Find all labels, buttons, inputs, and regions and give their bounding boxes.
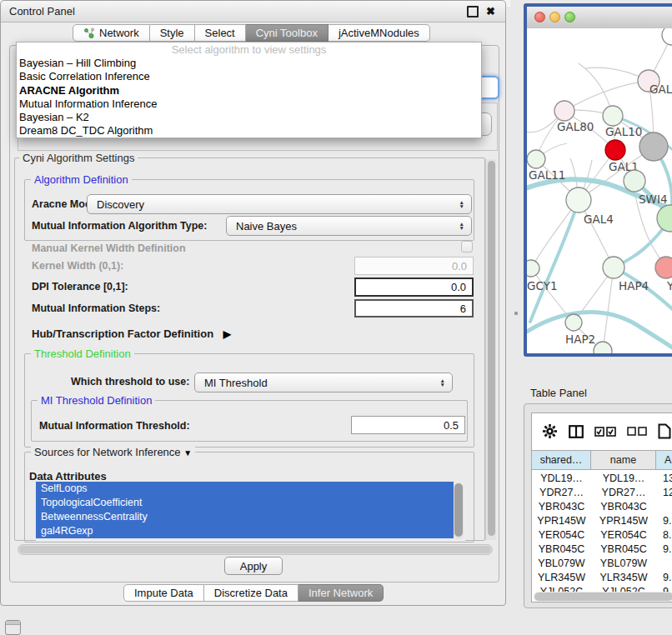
- node-gal11[interactable]: [527, 150, 545, 168]
- node-swi4[interactable]: [624, 170, 645, 192]
- settings-vertical-scrollbar[interactable]: [485, 159, 496, 540]
- deselect-checkboxes-icon[interactable]: [627, 427, 647, 436]
- algorithm-item-bayesian-hill-climbing[interactable]: Bayesian – Hill Climbing: [17, 57, 481, 70]
- dpi-tolerance-field[interactable]: 0.0: [354, 278, 474, 297]
- table-row[interactable]: YDR27…YDR27…12: [532, 485, 672, 499]
- attribute-item-gal4rgexp[interactable]: gal4RGexp: [36, 524, 454, 538]
- node-gal10[interactable]: [603, 106, 623, 126]
- node-unlabeled-top[interactable]: [662, 28, 672, 45]
- cell: 12: [656, 485, 672, 499]
- node-table: shared…nameA YDL19…YDL19…13YDR27…YDR27…1…: [531, 412, 672, 602]
- attribute-item-betweennesscentrality[interactable]: BetweennessCentrality: [36, 510, 454, 524]
- kernel-width-value: 0.0: [452, 260, 467, 272]
- tab-jactivemnodules[interactable]: jActiveMNodules: [328, 24, 430, 42]
- which-threshold-combobox[interactable]: MI Threshold ▲▼: [194, 372, 453, 392]
- algorithm-item-bayesian-k2[interactable]: Bayesian – K2: [17, 111, 481, 124]
- mi-steps-field[interactable]: 6: [354, 299, 474, 318]
- table-row[interactable]: YPR145WYPR145W9.: [532, 513, 672, 528]
- node-hap4[interactable]: [603, 257, 624, 278]
- algorithm-list: Bayesian – Hill ClimbingBasic Correlatio…: [17, 57, 481, 138]
- node-gcy1-label: GCY1: [527, 279, 558, 292]
- settings-horizontal-scrollbar[interactable]: [18, 544, 493, 555]
- tab-label: Network: [99, 27, 139, 39]
- kernel-width-field[interactable]: 0.0: [354, 257, 474, 275]
- window-title: Control Panel: [9, 5, 75, 18]
- apply-button[interactable]: Apply: [224, 557, 283, 575]
- sources-group-title[interactable]: Sources for Network Inference ▼: [31, 447, 195, 459]
- tab-discretize-data[interactable]: Discretize Data: [204, 584, 298, 602]
- table-row[interactable]: YBR043CYBR043C: [532, 499, 672, 513]
- node-gal4[interactable]: [566, 188, 591, 212]
- table-row[interactable]: YBR045CYBR045C9.: [532, 542, 672, 556]
- gear-icon[interactable]: [542, 423, 558, 439]
- cell: 13: [656, 471, 672, 485]
- tab-style[interactable]: Style: [150, 24, 195, 42]
- node-gal1[interactable]: [605, 140, 625, 160]
- node-hap2[interactable]: [565, 314, 582, 331]
- control-panel-window: Control Panel ✖ NetworkStyleSelectCyni T…: [0, 0, 506, 606]
- node-salmon-label: Y: [666, 279, 672, 292]
- node-salmon[interactable]: [655, 257, 672, 278]
- node-bottom[interactable]: [594, 342, 612, 353]
- aracne-mode-combobox[interactable]: Discovery ▲▼: [87, 194, 472, 214]
- hub-definition-toggle[interactable]: Hub/Transcription Factor Definition ▶: [32, 328, 231, 341]
- mi-algorithm-type-label: Mutual Information Algorithm Type:: [32, 220, 207, 232]
- mi-threshold-field[interactable]: 0.5: [351, 416, 465, 434]
- node-gal10-label: GAL10: [605, 125, 642, 138]
- collapsed-arrow-icon: ▶: [223, 328, 231, 341]
- cell: YLR345W: [532, 570, 591, 584]
- panel-divider-handle[interactable]: [514, 312, 518, 315]
- table-panel-title: Table Panel: [530, 387, 587, 399]
- zoom-traffic-light-icon[interactable]: [564, 12, 575, 22]
- algorithm-item-mutual-information-inference[interactable]: Mutual Information Inference: [17, 98, 481, 111]
- tab-label: Impute Data: [134, 587, 193, 599]
- table-row[interactable]: YBL079WYBL079W: [532, 556, 672, 570]
- control-panel-tab-bar: NetworkStyleSelectCyni ToolboxjActiveMNo…: [73, 24, 430, 42]
- column-header-name[interactable]: name: [591, 450, 656, 470]
- data-attributes-list[interactable]: SelfLoopsTopologicalCoefficientBetweenne…: [36, 482, 465, 541]
- tab-network[interactable]: Network: [73, 24, 150, 42]
- mi-threshold-label: Mutual Information Threshold:: [39, 420, 190, 432]
- split-columns-icon[interactable]: [569, 425, 584, 438]
- column-header-shared[interactable]: shared…: [532, 450, 591, 470]
- table-row[interactable]: YDL19…YDL19…13: [532, 471, 672, 485]
- mi-algorithm-type-combobox[interactable]: Naive Bayes ▲▼: [226, 216, 472, 236]
- cell: YPR145W: [532, 513, 591, 528]
- algorithm-item-aracne-algorithm[interactable]: ARACNE Algorithm: [17, 84, 481, 98]
- cell: YBL079W: [532, 556, 591, 570]
- node-green-right[interactable]: [657, 205, 672, 232]
- minimized-window-icon[interactable]: [5, 620, 21, 635]
- minimize-traffic-light-icon[interactable]: [549, 12, 560, 22]
- attributes-list-scrollbar[interactable]: [454, 482, 464, 539]
- tab-cyni-toolbox[interactable]: Cyni Toolbox: [246, 24, 328, 42]
- cell: YER054C: [532, 528, 591, 542]
- table-horizontal-scrollbar[interactable]: [534, 592, 672, 602]
- table-row[interactable]: YLR345WYLR345W9.: [532, 570, 672, 584]
- algorithm-item-dream8-dc-tdc-algorithm[interactable]: Dream8 DC_TDC Algorithm: [17, 124, 481, 138]
- node-gal80[interactable]: [554, 101, 574, 121]
- close-traffic-light-icon[interactable]: [534, 12, 545, 22]
- cell: YDL19…: [532, 471, 591, 485]
- algorithm-item-basic-correlation-inference[interactable]: Basic Correlation Inference: [17, 70, 481, 83]
- node-gcy1[interactable]: [527, 260, 539, 277]
- close-window-icon[interactable]: ✖: [486, 8, 495, 16]
- float-window-icon[interactable]: [467, 6, 479, 18]
- cell: YBR045C: [591, 542, 656, 556]
- document-icon[interactable]: [658, 423, 671, 439]
- table-row[interactable]: YER054CYER054C8.: [532, 528, 672, 542]
- dpi-tolerance-value: 0.0: [451, 281, 466, 293]
- network-canvas[interactable]: GALGAL80GAL10GAL1GAL11SWI4GAL4GCY1HAP4YH…: [527, 28, 672, 353]
- manual-kernel-width-checkbox[interactable]: [461, 241, 473, 252]
- table-rows: YDL19…YDL19…13YDR27…YDR27…12YBR043CYBR04…: [532, 471, 672, 598]
- tab-infer-network[interactable]: Infer Network: [298, 584, 384, 602]
- node-gray[interactable]: [639, 132, 668, 161]
- network-graph: GALGAL80GAL10GAL1GAL11SWI4GAL4GCY1HAP4YH…: [527, 28, 672, 353]
- data-attributes-label: Data Attributes: [29, 470, 107, 482]
- attribute-item-topologicalcoefficient[interactable]: TopologicalCoefficient: [36, 496, 454, 510]
- column-header-a[interactable]: A: [656, 450, 672, 470]
- tab-impute-data[interactable]: Impute Data: [123, 584, 204, 602]
- attribute-item-selfloops[interactable]: SelfLoops: [36, 482, 454, 496]
- combo-stepper-icon: ▲▼: [459, 222, 464, 230]
- select-all-checkboxes-icon[interactable]: [594, 427, 616, 437]
- tab-select[interactable]: Select: [195, 24, 246, 42]
